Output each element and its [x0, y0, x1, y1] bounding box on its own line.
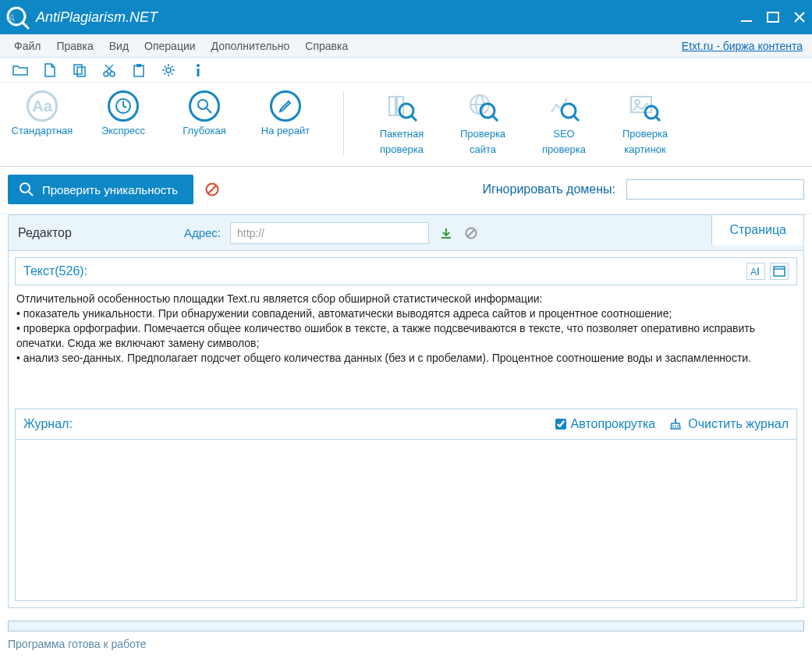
close-button[interactable]	[792, 9, 807, 25]
mode-site-label1: Проверка	[460, 128, 505, 140]
status-bar: Программа готова к работе	[0, 631, 812, 658]
address-cancel-icon[interactable]	[463, 225, 479, 241]
clear-journal-button[interactable]: Очистить журнал	[669, 417, 789, 431]
svg-line-20	[123, 106, 126, 108]
small-toolbar	[0, 58, 812, 83]
mode-images-label1: Проверка	[622, 128, 668, 140]
svg-rect-17	[197, 69, 200, 76]
mode-seo-label1: SEO	[553, 128, 574, 140]
svg-point-16	[197, 64, 200, 67]
svg-line-37	[656, 117, 660, 121]
maximize-button[interactable]	[765, 9, 781, 25]
editor-box: Текст(526): A Отличительной особенностью…	[8, 250, 804, 608]
clear-journal-label: Очистить журнал	[688, 417, 789, 431]
mode-batch-label2: проверка	[380, 143, 424, 156]
download-icon[interactable]	[438, 225, 454, 241]
mode-batch[interactable]: Пакетная проверка	[371, 90, 433, 155]
autoscroll-label: Автопрокрутка	[571, 417, 656, 431]
mode-express[interactable]: Экспресс	[92, 90, 154, 137]
new-file-icon[interactable]	[42, 62, 58, 78]
mode-standard[interactable]: Aa Стандартная	[11, 90, 73, 137]
menubar: Файл Правка Вид Операции Дополнительно С…	[0, 34, 812, 58]
svg-line-41	[208, 186, 216, 193]
text-header-label: Текст(526):	[23, 264, 87, 278]
mode-seo[interactable]: SEO проверка	[533, 90, 595, 155]
svg-point-25	[399, 104, 413, 118]
magnifier-icon	[19, 182, 34, 197]
menu-view[interactable]: Вид	[101, 37, 137, 55]
mode-images-label2: картинок	[624, 143, 665, 156]
menu-edit[interactable]: Правка	[48, 37, 101, 55]
settings-icon[interactable]	[161, 62, 176, 78]
etxt-link[interactable]: Etxt.ru - биржа контента	[682, 40, 806, 52]
svg-point-9	[104, 72, 108, 76]
menu-operations[interactable]: Операции	[137, 37, 204, 55]
svg-text:A: A	[7, 12, 15, 24]
open-folder-icon[interactable]	[12, 62, 28, 78]
toolbar-divider	[343, 90, 344, 155]
svg-point-38	[20, 183, 30, 193]
svg-text:A: A	[750, 267, 757, 277]
progress-bar	[8, 621, 804, 631]
editor-label: Редактор	[18, 226, 72, 240]
svg-line-22	[207, 108, 211, 113]
mode-seo-label2: проверка	[542, 143, 586, 156]
svg-point-35	[635, 100, 640, 104]
broom-icon	[669, 418, 682, 430]
svg-point-15	[166, 68, 171, 73]
menu-file[interactable]: Файл	[6, 37, 48, 55]
page-tab-label: Страница	[729, 223, 786, 237]
svg-point-10	[110, 72, 115, 76]
check-uniqueness-label: Проверить уникальность	[42, 183, 178, 196]
app-title: AntiPlagiarism.NET	[36, 9, 739, 26]
mode-batch-label1: Пакетная	[380, 128, 424, 140]
check-row: Проверить уникальность Игнорировать доме…	[0, 167, 812, 214]
address-label: Адрес:	[184, 226, 221, 239]
copy-icon[interactable]	[72, 62, 87, 78]
menu-extra[interactable]: Дополнительно	[204, 37, 298, 55]
svg-rect-23	[389, 97, 395, 115]
mode-site[interactable]: Проверка сайта	[452, 90, 514, 155]
ignore-domains-input[interactable]	[626, 179, 804, 200]
mode-rewrite-label: На рерайт	[261, 125, 310, 137]
status-text: Программа готова к работе	[8, 638, 147, 650]
menu-help[interactable]: Справка	[297, 37, 356, 55]
svg-rect-14	[137, 64, 141, 67]
address-input[interactable]	[230, 222, 429, 244]
mode-deep-label: Глубокая	[183, 125, 225, 137]
svg-point-32	[562, 104, 576, 118]
svg-line-33	[574, 116, 579, 121]
cut-icon[interactable]	[101, 62, 117, 78]
svg-point-21	[198, 100, 207, 109]
mode-images[interactable]: Проверка картинок	[614, 90, 676, 155]
titlebar: A AntiPlagiarism.NET	[0, 0, 812, 34]
mode-deep[interactable]: Глубокая	[173, 90, 236, 137]
journal-header: Журнал: Автопрокрутка Очистить журнал	[15, 409, 797, 440]
svg-rect-13	[134, 65, 144, 76]
svg-line-31	[493, 116, 498, 121]
svg-rect-4	[768, 12, 778, 22]
text-body[interactable]: Отличительной особенностью площадки Text…	[9, 292, 803, 409]
minimize-button[interactable]	[739, 9, 754, 25]
svg-rect-7	[74, 65, 82, 74]
svg-line-44	[468, 230, 474, 236]
svg-line-39	[29, 192, 33, 196]
svg-line-26	[412, 116, 417, 121]
cancel-icon[interactable]	[204, 182, 220, 197]
journal-body[interactable]	[15, 440, 797, 601]
address-row: Редактор Адрес: Страница	[8, 214, 804, 250]
autoscroll-checkbox[interactable]: Автопрокрутка	[555, 417, 656, 431]
info-icon[interactable]	[190, 62, 206, 78]
check-uniqueness-button[interactable]: Проверить уникальность	[8, 175, 193, 204]
text-view-icon[interactable]	[770, 263, 789, 280]
app-logo-icon: A	[3, 3, 31, 31]
page-tab[interactable]: Страница	[711, 214, 804, 246]
mode-rewrite[interactable]: На рерайт	[254, 90, 317, 137]
paste-icon[interactable]	[131, 62, 147, 78]
ignore-domains-label: Игнорировать домены:	[482, 182, 615, 196]
journal-label: Журнал:	[23, 417, 73, 431]
autoscroll-input[interactable]	[555, 419, 566, 430]
mode-toolbar: Aa Стандартная Экспресс Глубокая На рера…	[0, 83, 812, 167]
text-format-icon[interactable]: A	[746, 263, 765, 280]
mode-express-label: Экспресс	[101, 125, 145, 137]
